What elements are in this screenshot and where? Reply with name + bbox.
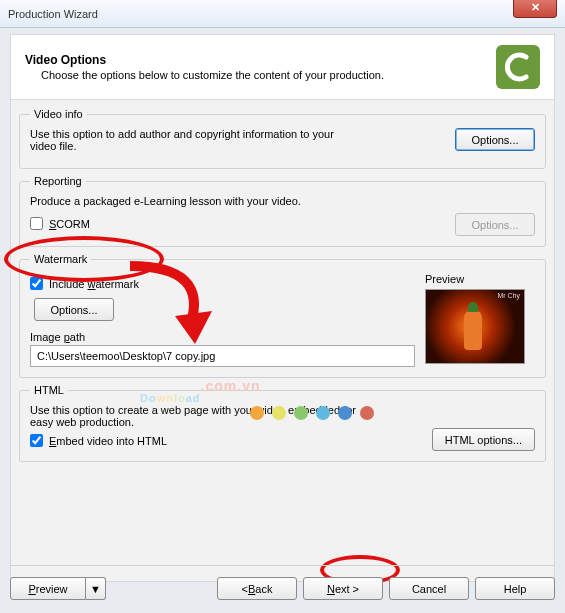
include-watermark-row[interactable]: Include watermarkInclude watermark: [30, 277, 415, 290]
html-legend: HTML: [30, 384, 68, 396]
scorm-checkbox[interactable]: [30, 217, 43, 230]
site-watermark-dots: [250, 406, 374, 420]
back-button[interactable]: < Back< Back: [217, 577, 297, 600]
watermark-group: Watermark Include watermarkInclude water…: [19, 253, 546, 378]
help-button[interactable]: Help: [475, 577, 555, 600]
include-watermark-label: Include watermarkInclude watermark: [49, 278, 139, 290]
image-path-label: Image pathImage path: [30, 331, 415, 343]
app-logo: [496, 45, 540, 89]
reporting-group: Reporting Produce a packaged e-Learning …: [19, 175, 546, 247]
content-area: Video info Use this option to add author…: [10, 100, 555, 582]
titlebar: Production Wizard ✕: [0, 0, 565, 28]
preview-split-button[interactable]: PreviewPreview ▼: [10, 577, 106, 600]
scorm-checkbox-row[interactable]: SSCORMCORM: [30, 217, 90, 230]
video-info-legend: Video info: [30, 108, 87, 120]
html-options-button[interactable]: HTML options...: [432, 428, 535, 451]
embed-html-label: Embed video into HTMLEmbed video into HT…: [49, 435, 167, 447]
next-button[interactable]: Next >Next >: [303, 577, 383, 600]
video-info-desc: Use this option to add author and copyri…: [30, 128, 360, 152]
embed-html-row[interactable]: Embed video into HTMLEmbed video into HT…: [30, 434, 370, 447]
watermark-legend: Watermark: [30, 253, 91, 265]
reporting-legend: Reporting: [30, 175, 86, 187]
video-info-group: Video info Use this option to add author…: [19, 108, 546, 169]
video-info-options-button[interactable]: Options...: [455, 128, 535, 151]
close-button[interactable]: ✕: [513, 0, 557, 18]
header-panel: Video Options Choose the options below t…: [10, 34, 555, 100]
embed-html-checkbox[interactable]: [30, 434, 43, 447]
preview-dropdown-button[interactable]: ▼: [86, 577, 106, 600]
html-group: HTML Use this option to create a web pag…: [19, 384, 546, 462]
scorm-label: SSCORMCORM: [49, 218, 90, 230]
preview-button[interactable]: PreviewPreview: [10, 577, 86, 600]
footer-bar: PreviewPreview ▼ < Back< Back Next >Next…: [10, 565, 555, 603]
cancel-button[interactable]: Cancel: [389, 577, 469, 600]
preview-label: Preview: [425, 273, 535, 285]
page-title: Video Options: [25, 53, 384, 67]
image-path-input[interactable]: [30, 345, 415, 367]
reporting-options-button: Options...: [455, 213, 535, 236]
page-subtitle: Choose the options below to customize th…: [25, 69, 384, 81]
window-title: Production Wizard: [8, 8, 98, 20]
watermark-options-button[interactable]: Options...: [34, 298, 114, 321]
watermark-preview-image: Mr Chy: [425, 289, 525, 364]
preview-badge: Mr Chy: [497, 292, 520, 299]
include-watermark-checkbox[interactable]: [30, 277, 43, 290]
camtasia-logo-icon: [502, 51, 534, 83]
close-icon: ✕: [531, 1, 540, 14]
reporting-desc: Produce a packaged e-Learning lesson wit…: [30, 195, 535, 207]
